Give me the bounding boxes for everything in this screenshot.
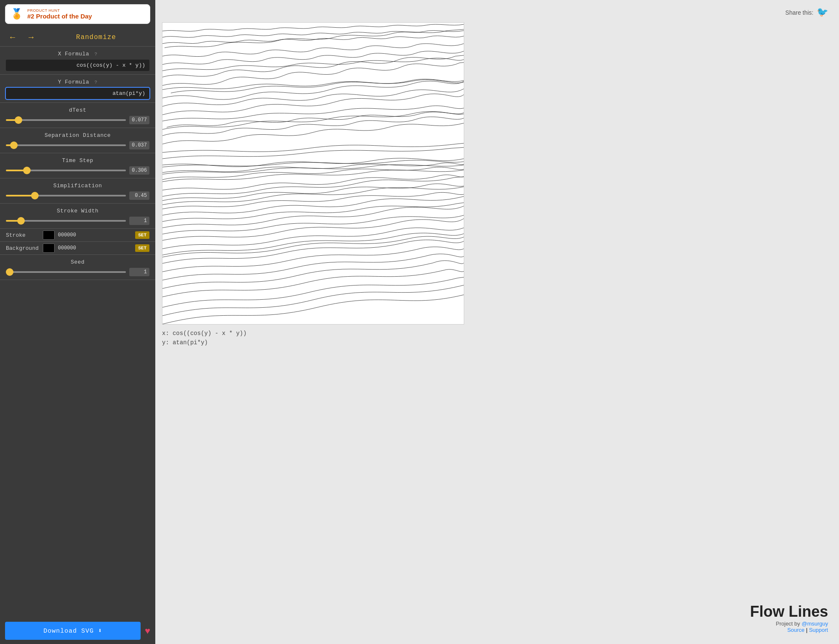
time-step-slider[interactable] [6, 170, 126, 171]
forward-button[interactable]: → [24, 31, 39, 44]
x-formula-input[interactable] [6, 60, 149, 71]
y-formula-input[interactable] [6, 88, 149, 99]
y-formula-label: Y Formula ? [6, 79, 149, 85]
back-button[interactable]: ← [5, 31, 20, 44]
x-formula-help[interactable]: ? [94, 52, 97, 57]
formula-x-display: x: cos((cos(y) - x * y)) [162, 329, 832, 338]
separation-distance-label: Separation Distance [6, 132, 149, 139]
simplification-value: 0.45 [129, 191, 149, 200]
divider-11 [0, 280, 155, 280]
stroke-width-slider-row: 1 [6, 217, 149, 225]
main-content: Share this: 🐦 [155, 0, 839, 644]
simplification-slider-row: 0.45 [6, 191, 149, 200]
download-button[interactable]: Download SVG ⬇ [5, 622, 141, 640]
formula-y-display: y: atan(pi*y) [162, 338, 832, 347]
app-title: Flow Lines [166, 603, 828, 620]
separation-distance-slider[interactable] [6, 144, 126, 146]
background-color-hex: 000000 [58, 245, 132, 251]
canvas-wrapper [162, 22, 464, 325]
x-formula-label: X Formula ? [6, 51, 149, 57]
background-color-label: Background [6, 245, 39, 251]
ph-banner[interactable]: 🏅 Product Hunt #2 Product of the Day [5, 4, 150, 24]
time-step-label: Time Step [6, 157, 149, 164]
project-links: Source | Support [166, 627, 828, 633]
separation-distance-slider-row: 0.037 [6, 141, 149, 149]
stroke-color-label: Stroke [6, 232, 39, 238]
author-link[interactable]: @msurguy [802, 620, 828, 627]
heart-button[interactable]: ♥ [145, 626, 150, 636]
dtest-slider-container [6, 116, 126, 124]
ph-medal-icon: 🏅 [10, 8, 23, 20]
stroke-color-hex: 000000 [58, 232, 132, 238]
seed-label: Seed [6, 259, 149, 265]
branding: Flow Lines Project by @msurguy Source | … [162, 594, 832, 637]
flow-visualization [162, 23, 464, 324]
dtest-value: 0.077 [129, 116, 149, 124]
separation-distance-slider-container [6, 141, 126, 149]
svg-rect-0 [162, 23, 464, 324]
background-set-button[interactable]: SET [135, 244, 149, 252]
support-link[interactable]: Support [809, 627, 828, 633]
project-by: Project by @msurguy [166, 620, 828, 627]
stroke-color-swatch[interactable] [43, 230, 55, 240]
dtest-section: dTest 0.077 [0, 103, 155, 128]
share-text: Share this: [785, 9, 813, 16]
separation-distance-value: 0.037 [129, 141, 149, 149]
y-formula-help[interactable]: ? [94, 80, 97, 85]
stroke-width-slider-container [6, 217, 126, 225]
stroke-width-value: 1 [129, 217, 149, 225]
dtest-slider-row: 0.077 [6, 116, 149, 124]
simplification-label: Simplification [6, 183, 149, 189]
dtest-label: dTest [6, 107, 149, 113]
nav-row: ← → Randomize [0, 28, 155, 46]
sidebar: 🏅 Product Hunt #2 Product of the Day ← →… [0, 0, 155, 644]
seed-value: 1 [129, 268, 149, 276]
simplification-slider-container [6, 191, 126, 200]
separation-distance-section: Separation Distance 0.037 [0, 128, 155, 153]
background-color-row: Background 000000 SET [0, 242, 155, 254]
x-formula-section: X Formula ? [0, 47, 155, 74]
ph-label: Product Hunt [27, 8, 92, 13]
share-row: Share this: 🐦 [162, 7, 832, 18]
download-row: Download SVG ⬇ ♥ [0, 618, 155, 644]
stroke-width-section: Stroke Width 1 [0, 204, 155, 228]
background-color-swatch[interactable] [43, 243, 55, 253]
twitter-icon[interactable]: 🐦 [817, 7, 828, 18]
time-step-slider-container [6, 166, 126, 175]
y-formula-section: Y Formula ? [0, 75, 155, 102]
stroke-color-row: Stroke 000000 SET [0, 229, 155, 241]
time-step-slider-row: 0.306 [6, 166, 149, 175]
formula-display: x: cos((cos(y) - x * y)) y: atan(pi*y) [162, 329, 832, 348]
ph-text: Product Hunt #2 Product of the Day [27, 8, 92, 20]
dtest-slider[interactable] [6, 119, 126, 121]
seed-slider-row: 1 [6, 268, 149, 276]
ph-rank: #2 Product of the Day [27, 13, 92, 20]
seed-slider-container [6, 268, 126, 276]
source-link[interactable]: Source [787, 627, 805, 633]
time-step-value: 0.306 [129, 166, 149, 175]
simplification-slider[interactable] [6, 195, 126, 196]
stroke-width-slider[interactable] [6, 220, 126, 222]
stroke-width-label: Stroke Width [6, 208, 149, 214]
time-step-section: Time Step 0.306 [0, 153, 155, 178]
stroke-set-button[interactable]: SET [135, 231, 149, 239]
seed-slider[interactable] [6, 271, 126, 273]
simplification-section: Simplification 0.45 [0, 178, 155, 203]
seed-section: Seed 1 [0, 255, 155, 280]
randomize-button[interactable]: Randomize [42, 34, 150, 41]
